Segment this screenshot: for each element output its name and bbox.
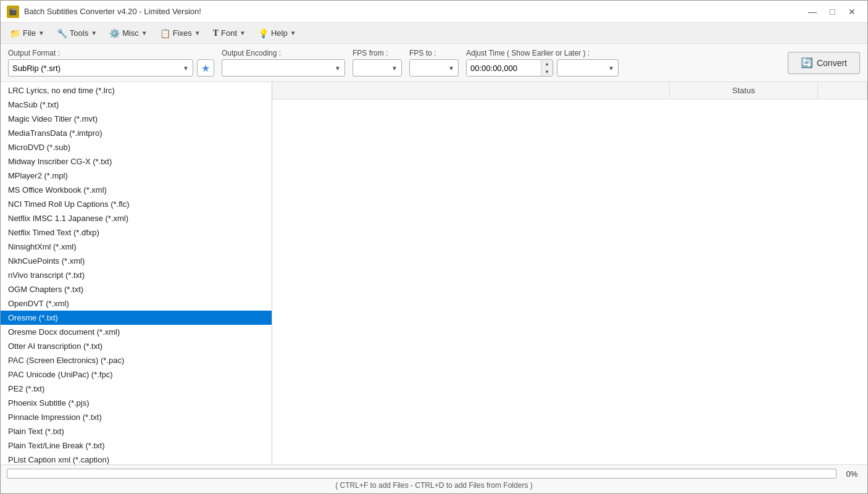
file-table-header: Status xyxy=(272,82,867,99)
adjust-time-row: ▲ ▼ ▼ xyxy=(466,59,619,77)
list-item[interactable]: Pinnacle Impression (*.txt) xyxy=(1,410,272,424)
list-item[interactable]: Netflix IMSC 1.1 Japanese (*.xml) xyxy=(1,211,272,225)
list-item[interactable]: Netflix Timed Text (*.dfxp) xyxy=(1,225,272,240)
menu-tools[interactable]: 🔧 Tools ▼ xyxy=(51,25,102,41)
col-status-header: Status xyxy=(670,82,818,99)
fps-to-label: FPS to : xyxy=(409,49,459,57)
fps-from-select[interactable]: ▼ xyxy=(353,59,402,77)
maximize-button[interactable]: □ xyxy=(823,4,841,19)
list-item[interactable]: nVivo transcript (*.txt) xyxy=(1,268,272,282)
list-item[interactable]: LRC Lyrics, no end time (*.lrc) xyxy=(1,83,272,98)
window-title: Batch Subtitles Converter v4.20 - Limite… xyxy=(24,7,201,16)
adjust-time-label: Adjust Time ( Show Earlier or Later ) : xyxy=(466,49,619,57)
list-item[interactable]: PList Caption xml (*.caption) xyxy=(1,453,272,464)
menu-fixes[interactable]: 📋 Fixes ▼ xyxy=(154,25,206,41)
list-item[interactable]: MacSub (*.txt) xyxy=(1,98,272,112)
menu-file[interactable]: 📁 File ▼ xyxy=(4,25,50,41)
list-item[interactable]: Oresme (*.txt) xyxy=(1,311,272,325)
fixes-icon: 📋 xyxy=(160,28,170,38)
list-item[interactable]: Oresme Docx document (*.xml) xyxy=(1,325,272,339)
output-encoding-label: Output Encoding : xyxy=(222,49,345,57)
menu-font[interactable]: T Font ▼ xyxy=(207,25,251,41)
title-controls: — □ ✕ xyxy=(803,4,861,19)
font-icon: T xyxy=(213,28,219,38)
menu-misc-label: Misc xyxy=(122,28,139,38)
bottom-bar: 0% ( CTRL+F to add Files - CTRL+D to add… xyxy=(1,464,867,493)
font-arrow-icon: ▼ xyxy=(240,30,246,36)
fps-to-select[interactable]: ▼ xyxy=(409,59,459,77)
menu-fixes-label: Fixes xyxy=(173,28,192,38)
list-item[interactable]: PAC (Screen Electronics) (*.pac) xyxy=(1,353,272,367)
output-format-select[interactable]: SubRip (*.srt) ▼ xyxy=(8,59,193,77)
star-icon: ★ xyxy=(201,62,210,74)
tools-arrow-icon: ▼ xyxy=(91,30,97,36)
time-spinners: ▲ ▼ xyxy=(541,60,553,76)
menu-tools-label: Tools xyxy=(70,28,88,38)
fps-from-group: FPS from : ▼ xyxy=(353,49,402,77)
output-format-group: Output Format : SubRip (*.srt) ▼ ★ xyxy=(8,49,214,77)
progress-bar-container xyxy=(7,469,837,479)
convert-button[interactable]: 🔄 Convert xyxy=(788,52,860,74)
list-item[interactable]: MicroDVD (*.sub) xyxy=(1,140,272,154)
output-format-label: Output Format : xyxy=(8,49,214,57)
list-item[interactable]: Otter AI transcription (*.txt) xyxy=(1,339,272,353)
list-item[interactable]: MediaTransData (*.imtpro) xyxy=(1,126,272,140)
misc-arrow-icon: ▼ xyxy=(141,30,148,36)
list-item[interactable]: MPlayer2 (*.mpl) xyxy=(1,169,272,183)
misc-icon: ⚙️ xyxy=(109,28,120,38)
menu-file-label: File xyxy=(23,28,36,38)
list-item[interactable]: Phoenix Subtitle (*.pjs) xyxy=(1,396,272,410)
output-format-row: SubRip (*.srt) ▼ ★ xyxy=(8,59,214,77)
main-window: 🎬 Batch Subtitles Converter v4.20 - Limi… xyxy=(0,0,868,494)
menu-misc[interactable]: ⚙️ Misc ▼ xyxy=(104,25,153,41)
convert-label: Convert xyxy=(817,58,847,68)
adjust-time-input[interactable] xyxy=(467,60,541,76)
adjust-arrow-icon: ▼ xyxy=(608,65,614,72)
title-bar: 🎬 Batch Subtitles Converter v4.20 - Limi… xyxy=(1,1,867,23)
list-item[interactable]: OpenDVT (*.xml) xyxy=(1,296,272,311)
list-item[interactable]: PE2 (*.txt) xyxy=(1,382,272,396)
main-content: LRC Lyrics, no end time (*.lrc)MacSub (*… xyxy=(1,82,867,464)
list-item[interactable]: Magic Video Titler (*.mvt) xyxy=(1,112,272,126)
close-button[interactable]: ✕ xyxy=(843,4,861,19)
fps-from-arrow-icon: ▼ xyxy=(391,65,398,72)
fixes-arrow-icon: ▼ xyxy=(194,30,201,36)
title-bar-left: 🎬 Batch Subtitles Converter v4.20 - Limi… xyxy=(7,6,201,18)
time-spinner-up[interactable]: ▲ xyxy=(541,60,553,68)
file-table-body xyxy=(272,99,867,464)
favorite-button[interactable]: ★ xyxy=(197,59,214,77)
menu-font-label: Font xyxy=(221,28,237,38)
menu-bar: 📁 File ▼ 🔧 Tools ▼ ⚙️ Misc ▼ 📋 Fixes ▼ T… xyxy=(1,23,867,44)
dropdown-list[interactable]: LRC Lyrics, no end time (*.lrc)MacSub (*… xyxy=(1,82,272,464)
tools-icon: 🔧 xyxy=(57,28,67,38)
list-item[interactable]: OGM Chapters (*.txt) xyxy=(1,282,272,296)
list-item[interactable]: PAC Unicode (UniPac) (*.fpc) xyxy=(1,367,272,382)
toolbar: Output Format : SubRip (*.srt) ▼ ★ Outpu… xyxy=(1,44,867,82)
file-arrow-icon: ▼ xyxy=(38,30,44,36)
list-item[interactable]: NCI Timed Roll Up Captions (*.flc) xyxy=(1,197,272,211)
output-encoding-select[interactable]: ▼ xyxy=(222,59,345,77)
shortcut-hint: ( CTRL+F to add Files - CTRL+D to add Fi… xyxy=(7,481,861,490)
help-arrow-icon: ▼ xyxy=(290,30,296,36)
dropdown-panel: LRC Lyrics, no end time (*.lrc)MacSub (*… xyxy=(1,82,272,464)
output-encoding-group: Output Encoding : ▼ xyxy=(222,49,345,77)
col-filename-header xyxy=(272,82,670,99)
time-spinner-down[interactable]: ▼ xyxy=(541,68,553,76)
menu-help[interactable]: 💡 Help ▼ xyxy=(252,25,302,41)
adjust-time-group: Adjust Time ( Show Earlier or Later ) : … xyxy=(466,49,619,77)
list-item[interactable]: Midway Inscriber CG-X (*.txt) xyxy=(1,154,272,169)
progress-pct: 0% xyxy=(843,469,861,479)
fps-to-arrow-icon: ▼ xyxy=(448,65,454,72)
minimize-button[interactable]: — xyxy=(803,4,822,19)
menu-help-label: Help xyxy=(271,28,288,38)
list-item[interactable]: MS Office Workbook (*.xml) xyxy=(1,183,272,197)
col-extra-header xyxy=(818,82,867,99)
list-item[interactable]: Plain Text (*.txt) xyxy=(1,424,272,438)
list-item[interactable]: NinsightXml (*.xml) xyxy=(1,240,272,254)
help-icon: 💡 xyxy=(258,28,269,38)
list-item[interactable]: Plain Text/Line Break (*.txt) xyxy=(1,438,272,453)
adjust-time-select[interactable]: ▼ xyxy=(557,59,619,77)
list-item[interactable]: NkhCuePoints (*.xml) xyxy=(1,254,272,268)
fps-from-label: FPS from : xyxy=(353,49,402,57)
file-icon: 📁 xyxy=(10,28,20,38)
